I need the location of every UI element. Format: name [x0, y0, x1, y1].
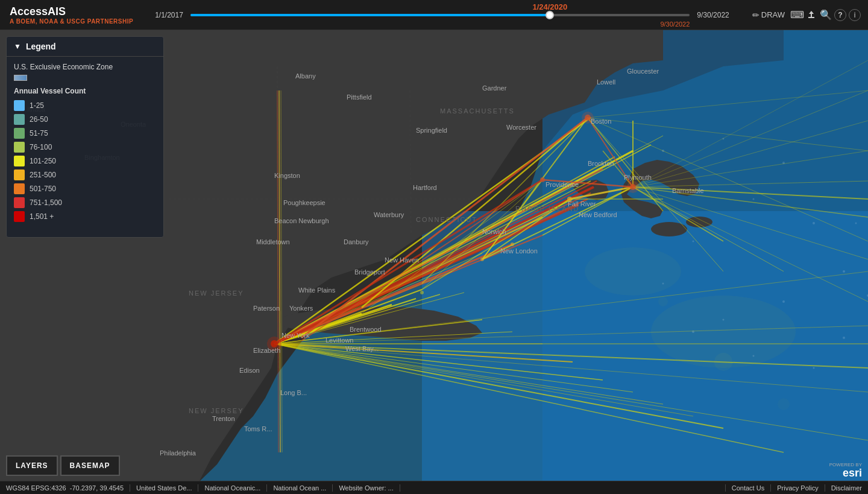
source1[interactable]: United States De... — [130, 484, 198, 492]
svg-point-94 — [480, 258, 484, 261]
legend-item-label: 1,501 + — [30, 212, 54, 221]
legend-item: 251-500 — [14, 169, 156, 180]
legend-item-label: 751-1,500 — [30, 198, 62, 207]
toolbar-right: ✏ DRAW ⌨ 🔍 ? i — [741, 8, 868, 22]
legend-chevron-icon: ▼ — [14, 42, 21, 51]
legend-item-label: 51-75 — [30, 129, 48, 138]
help-icon[interactable]: ? — [834, 9, 846, 21]
legend-item: 1-25 — [14, 100, 156, 111]
legend-color-swatch — [14, 183, 25, 194]
svg-point-88 — [582, 112, 594, 124]
legend-item: 101-250 — [14, 156, 156, 166]
svg-point-116 — [855, 223, 857, 224]
logo-area: AccessAIS A BOEM, NOAA & USCG PARTNERSHI… — [0, 5, 143, 25]
slider-fill — [190, 14, 550, 16]
top-toolbar: AccessAIS A BOEM, NOAA & USCG PARTNERSHI… — [0, 0, 868, 30]
timeline-area: 1/1/2017 1/24/2020 9/30/2022 9/30/2022 — [143, 11, 741, 19]
legend-item-label: 251-500 — [30, 171, 56, 179]
svg-point-106 — [693, 241, 694, 242]
source2[interactable]: National Oceanic... — [198, 484, 267, 492]
legend-item-label: 501-750 — [30, 185, 56, 193]
legend-header[interactable]: ▼ Legend — [7, 37, 163, 57]
legend-body: U.S. Exclusive Economic Zone Annual Vess… — [7, 57, 163, 231]
svg-point-110 — [723, 319, 725, 321]
legend-panel: ▼ Legend U.S. Exclusive Economic Zone An… — [6, 36, 164, 238]
info-icon[interactable]: i — [849, 9, 861, 21]
svg-point-111 — [843, 337, 845, 339]
svg-point-99 — [585, 247, 681, 296]
status-right-links: Contact Us Privacy Policy Disclaimer — [725, 484, 868, 492]
basemap-button[interactable]: BASEMAP — [60, 455, 120, 476]
search-icon[interactable]: 🔍 — [820, 9, 832, 21]
legend-color-swatch — [14, 197, 25, 208]
draw-button[interactable]: ✏ DRAW — [749, 8, 788, 22]
source3[interactable]: National Ocean ... — [267, 484, 333, 492]
status-bar: WGS84 EPSG:4326 -70.2397, 39.4545 United… — [0, 481, 868, 494]
draw-icon: ✏ — [752, 10, 760, 20]
crs-info: WGS84 EPSG:4326 -70.2397, 39.4545 — [0, 484, 130, 492]
legend-item: 26-50 — [14, 114, 156, 125]
legend-item: 76-100 — [14, 142, 156, 153]
svg-point-100 — [651, 296, 796, 368]
svg-point-97 — [778, 398, 790, 410]
end-date-label: 9/30/2022 — [660, 21, 690, 28]
eez-swatch — [14, 75, 27, 81]
svg-point-114 — [753, 355, 755, 357]
svg-point-4 — [686, 217, 712, 227]
legend-item: 501-750 — [14, 183, 156, 194]
current-date-label: 1/24/2020 — [532, 2, 567, 11]
keyboard-icon[interactable]: ⌨ — [791, 9, 803, 21]
contact-link[interactable]: Contact Us — [725, 484, 770, 492]
legend-color-swatch — [14, 142, 25, 153]
legend-color-swatch — [14, 114, 25, 125]
legend-color-swatch — [14, 169, 25, 180]
source4[interactable]: Website Owner: ... — [333, 484, 400, 492]
legend-color-swatch — [14, 211, 25, 222]
esri-logo: POWERED BY esri — [829, 462, 862, 478]
eez-indicator — [14, 75, 156, 81]
svg-point-103 — [782, 162, 785, 164]
privacy-link[interactable]: Privacy Policy — [770, 484, 824, 492]
legend-item-label: 1-25 — [30, 101, 44, 110]
svg-point-104 — [753, 198, 755, 200]
vessel-count-title: Annual Vessel Count — [14, 87, 156, 95]
svg-point-105 — [813, 222, 815, 224]
legend-item: 51-75 — [14, 128, 156, 139]
legend-items: 1-25 26-50 51-75 76-100 101-250 251-500 … — [14, 100, 156, 222]
svg-point-107 — [843, 270, 845, 273]
legend-color-swatch — [14, 100, 25, 111]
upload-icon[interactable] — [805, 9, 817, 21]
svg-point-92 — [567, 197, 572, 201]
disclaimer-link[interactable]: Disclaimer — [825, 484, 868, 492]
svg-point-86 — [267, 337, 281, 351]
slider-thumb[interactable] — [546, 11, 554, 19]
esri-text: esri — [829, 467, 862, 478]
legend-item: 1,501 + — [14, 211, 156, 222]
legend-item-label: 26-50 — [30, 115, 48, 124]
legend-color-swatch — [14, 156, 25, 166]
bottom-buttons: LAYERSBASEMAP — [6, 455, 120, 476]
svg-point-90 — [627, 181, 639, 193]
svg-point-93 — [511, 242, 514, 246]
legend-item: 751-1,500 — [14, 197, 156, 208]
legend-color-swatch — [14, 128, 25, 139]
svg-point-91 — [540, 177, 545, 182]
legend-item-label: 101-250 — [30, 157, 56, 165]
timeline-start-date: 1/1/2017 — [155, 11, 183, 19]
svg-point-108 — [662, 283, 664, 285]
layers-button[interactable]: LAYERS — [6, 455, 58, 476]
legend-title: Legend — [26, 42, 56, 51]
svg-point-95 — [420, 291, 424, 294]
svg-point-101 — [662, 150, 664, 152]
timeline-end-date: 9/30/2022 — [697, 11, 729, 19]
app-subtitle: A BOEM, NOAA & USCG PARTNERSHIP — [10, 18, 133, 25]
svg-point-112 — [813, 367, 815, 369]
draw-label: DRAW — [761, 10, 785, 19]
legend-item-label: 76-100 — [30, 143, 52, 151]
eez-label: U.S. Exclusive Economic Zone — [14, 63, 156, 71]
svg-point-113 — [692, 331, 694, 333]
timeline-slider[interactable]: 1/24/2020 9/30/2022 — [190, 13, 690, 17]
app-title: AccessAIS — [10, 5, 133, 18]
svg-point-109 — [782, 300, 785, 303]
svg-point-102 — [723, 138, 725, 140]
